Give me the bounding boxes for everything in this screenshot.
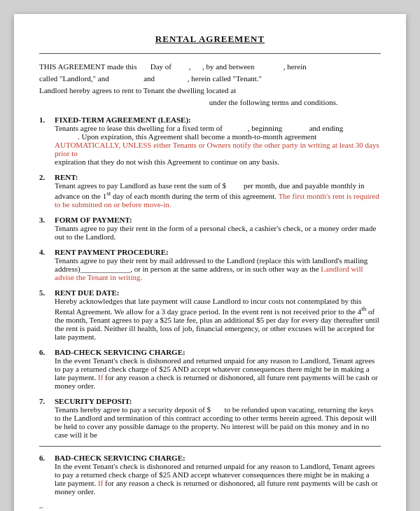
section-1-text: Tenants agree to lease this dwelling for…	[55, 124, 379, 166]
section-6b: 6. BAD-CHECK SERVICING CHARGE: In the ev…	[39, 454, 381, 496]
rental-agreement-page: RENTAL AGREEMENT THIS AGREEMENT made thi…	[14, 14, 406, 511]
intro-line3: Landlord hereby agrees to rent to Tenant…	[39, 86, 236, 94]
title-divider	[39, 53, 381, 54]
page-title: RENTAL AGREEMENT	[39, 34, 381, 45]
section-6b-heading: BAD-CHECK SERVICING CHARGE:	[55, 454, 186, 462]
intro-line1: THIS AGREEMENT made this Day of , , by a…	[39, 62, 307, 71]
intro-block: THIS AGREEMENT made this Day of , , by a…	[39, 61, 381, 108]
section-6b-text: In the event Tenant's check is dishonore…	[55, 462, 378, 496]
sections-container: 1. FIXED-TERM AGREEMENT (LEASE): Tenants…	[39, 115, 381, 495]
section-2-content: RENT: Tenant agrees to pay Landlord as b…	[55, 173, 381, 209]
section-7-text: Tenants hereby agree to pay a security d…	[55, 405, 377, 439]
section-2-num: 2.	[39, 173, 55, 209]
section-5: 5. RENT DUE DATE: Hereby acknowledges th…	[39, 288, 381, 341]
section-4-text: Tenants agree to pay their rent by mail …	[55, 256, 368, 281]
section-6b-content: BAD-CHECK SERVICING CHARGE: In the event…	[55, 454, 381, 496]
section-1-heading: FIXED-TERM AGREEMENT (LEASE):	[55, 115, 191, 124]
section-3-num: 3.	[39, 216, 55, 241]
section-2-heading: RENT:	[55, 173, 78, 181]
section-7-heading: SECURITY DEPOSIT:	[55, 397, 132, 405]
section-4-heading: RENT PAYMENT PROCEDURE:	[55, 248, 169, 256]
section-3: 3. FORM OF PAYMENT: Tenants agree to pay…	[39, 216, 381, 241]
section-6a: 6. BAD-CHECK SERVICING CHARGE: In the ev…	[39, 348, 381, 390]
section-3-content: FORM OF PAYMENT: Tenants agree to pay th…	[55, 216, 381, 241]
section-6a-heading: BAD-CHECK SERVICING CHARGE:	[55, 348, 186, 356]
section-2: 2. RENT: Tenant agrees to pay Landlord a…	[39, 173, 381, 209]
section-5-text: Hereby acknowledges that late payment wi…	[55, 297, 379, 341]
section-7: 7. SECURITY DEPOSIT: Tenants hereby agre…	[39, 397, 381, 439]
section-7-content: SECURITY DEPOSIT: Tenants hereby agree t…	[55, 397, 381, 439]
section-divider	[39, 446, 381, 447]
section-1-content: FIXED-TERM AGREEMENT (LEASE): Tenants ag…	[55, 115, 381, 166]
section-3-heading: FORM OF PAYMENT:	[55, 216, 132, 224]
section-5-content: RENT DUE DATE: Hereby acknowledges that …	[55, 288, 381, 341]
section-5-heading: RENT DUE DATE:	[55, 288, 120, 297]
section-3-text: Tenants agree to pay their rent in the f…	[55, 224, 376, 241]
section-1: 1. FIXED-TERM AGREEMENT (LEASE): Tenants…	[39, 115, 381, 166]
section-6a-num: 6.	[39, 348, 55, 390]
intro-line2: called "Landlord," and and , herein call…	[39, 74, 262, 83]
section-1-num: 1.	[39, 115, 55, 166]
section-6a-text: In the event Tenant's check is dishonore…	[55, 356, 378, 390]
section-7-num: 7.	[39, 397, 55, 439]
section-4-content: RENT PAYMENT PROCEDURE: Tenants agree to…	[55, 248, 381, 281]
section-5-num: 5.	[39, 288, 55, 341]
section-6a-content: BAD-CHECK SERVICING CHARGE: In the event…	[55, 348, 381, 390]
section-2-text: Tenant agrees to pay Landlord as base re…	[55, 181, 379, 209]
section-4: 4. RENT PAYMENT PROCEDURE: Tenants agree…	[39, 248, 381, 281]
section-4-num: 4.	[39, 248, 55, 281]
footer-dash: –	[39, 503, 381, 511]
section-6b-num: 6.	[39, 454, 55, 496]
